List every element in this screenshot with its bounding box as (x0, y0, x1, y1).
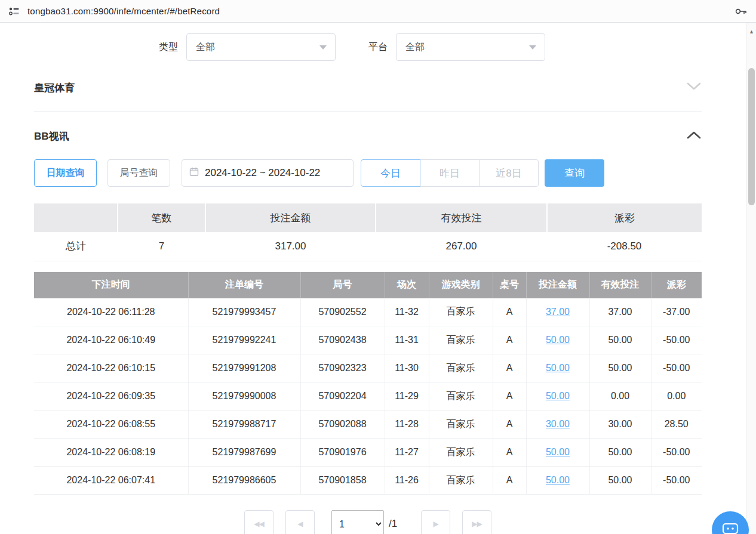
summary-total-label: 总计 (34, 232, 118, 261)
cell-table-no: A (493, 410, 526, 439)
records-table: 下注时间 注单编号 局号 场次 游戏类别 桌号 投注金额 有效投注 派彩 202… (34, 272, 702, 495)
round-query-button[interactable]: 局号查询 (107, 159, 170, 187)
table-row: 2024-10-22 06:08:55 521979988717 5709020… (34, 410, 702, 439)
cell-round-id: 570901976 (300, 439, 385, 467)
platform-filter-label: 平台 (368, 41, 388, 54)
section-bb-video[interactable]: BB视讯 (34, 124, 702, 149)
platform-select-value: 全部 (405, 41, 425, 54)
cell-session: 11-26 (385, 467, 429, 495)
filter-row: 类型 全部 平台 全部 (34, 33, 702, 61)
chat-icon (721, 521, 740, 534)
calendar-icon (189, 167, 199, 180)
cell-order-id: 521979990008 (188, 382, 300, 410)
first-page-button[interactable]: ◀◀ (244, 510, 273, 534)
cell-valid-bet: 50.00 (589, 326, 651, 354)
last-page-button[interactable]: ▶▶ (462, 510, 491, 534)
cell-round-id: 570902438 (300, 326, 385, 354)
cell-bet-time: 2024-10-22 06:10:15 (34, 354, 188, 382)
cell-order-id: 521979993457 (188, 298, 300, 326)
cell-session: 11-30 (385, 354, 429, 382)
cell-bet-time: 2024-10-22 06:07:41 (34, 467, 188, 495)
bet-amount-link[interactable]: 50.00 (546, 335, 570, 345)
summary-table: 笔数 投注金额 有效投注 派彩 总计 7 317.00 267.00 -208.… (34, 203, 702, 261)
cell-order-id: 521979992241 (188, 326, 300, 354)
cell-bet-amount: 50.00 (526, 354, 589, 382)
vertical-scrollbar[interactable]: ▲ (746, 23, 756, 534)
cell-table-no: A (493, 354, 526, 382)
type-select-value: 全部 (196, 41, 215, 54)
bet-amount-link[interactable]: 50.00 (546, 363, 570, 373)
page-select[interactable]: 1 (331, 510, 384, 534)
cell-bet-time: 2024-10-22 06:08:55 (34, 410, 188, 439)
cell-bet-time: 2024-10-22 06:10:49 (34, 326, 188, 354)
today-button[interactable]: 今日 (361, 159, 420, 187)
cell-bet-amount: 50.00 (526, 467, 589, 495)
cell-table-no: A (493, 467, 526, 495)
cell-payout: 0.00 (651, 382, 702, 410)
cell-game-type: 百家乐 (429, 298, 493, 326)
scroll-up-arrow-icon[interactable]: ▲ (746, 29, 756, 35)
section-divider (34, 111, 702, 112)
search-button[interactable]: 查询 (545, 159, 604, 187)
table-row: 2024-10-22 06:10:15 521979991208 5709023… (34, 354, 702, 382)
summary-header-row: 笔数 投注金额 有效投注 派彩 (34, 203, 702, 232)
url-text[interactable]: tongbao31.com:9900/infe/mcenter/#/betRec… (27, 6, 727, 16)
chevron-up-icon[interactable] (686, 130, 702, 142)
platform-select[interactable]: 全部 (396, 33, 545, 61)
bet-amount-link[interactable]: 30.00 (546, 419, 570, 429)
password-key-icon[interactable] (735, 7, 748, 16)
bet-amount-link[interactable]: 50.00 (546, 475, 570, 485)
cell-bet-time: 2024-10-22 06:09:35 (34, 382, 188, 410)
type-filter-label: 类型 (159, 41, 178, 54)
summary-count-value: 7 (118, 232, 205, 261)
cell-round-id: 570902323 (300, 354, 385, 382)
date-range-value: 2024-10-22 ~ 2024-10-22 (205, 167, 320, 179)
date-query-button[interactable]: 日期查询 (34, 159, 97, 187)
cell-valid-bet: 50.00 (589, 439, 651, 467)
yesterday-button[interactable]: 昨日 (420, 159, 480, 187)
next-page-button[interactable]: ▶ (421, 510, 450, 534)
scrollbar-thumb[interactable] (748, 68, 755, 205)
cell-game-type: 百家乐 (429, 439, 493, 467)
chevron-down-icon (319, 45, 327, 50)
prev-page-icon: ◀ (297, 520, 302, 528)
chevron-down-icon (529, 45, 536, 50)
cell-bet-amount: 50.00 (526, 326, 589, 354)
cell-payout: -37.00 (651, 298, 702, 326)
header-game-type: 游戏类别 (429, 272, 493, 298)
summary-header-valid: 有效投注 (376, 203, 547, 232)
browser-profile-icon[interactable] (8, 7, 20, 16)
cell-payout: -50.00 (651, 326, 702, 354)
browser-url-bar: tongbao31.com:9900/infe/mcenter/#/betRec… (0, 0, 756, 23)
cell-payout: 28.50 (651, 410, 702, 439)
cell-table-no: A (493, 298, 526, 326)
summary-total-row: 总计 7 317.00 267.00 -208.50 (34, 232, 702, 261)
header-session: 场次 (385, 272, 429, 298)
bet-amount-link[interactable]: 37.00 (546, 307, 570, 317)
section-crown-sports[interactable]: 皇冠体育 (34, 75, 702, 100)
cell-payout: -50.00 (651, 354, 702, 382)
bet-amount-link[interactable]: 50.00 (546, 391, 570, 401)
page-total-label: /1 (389, 518, 397, 530)
prev-page-button[interactable]: ◀ (285, 510, 315, 534)
cell-game-type: 百家乐 (429, 354, 493, 382)
cell-round-id: 570901858 (300, 467, 385, 495)
bet-amount-link[interactable]: 50.00 (546, 447, 570, 457)
chevron-down-icon[interactable] (686, 82, 702, 94)
cell-valid-bet: 37.00 (589, 298, 651, 326)
cell-session: 11-29 (385, 382, 429, 410)
first-page-icon: ◀◀ (254, 520, 263, 528)
cell-payout: -50.00 (651, 467, 702, 495)
quick-date-group: 今日 昨日 近8日 (361, 159, 539, 187)
table-row: 2024-10-22 06:07:41 521979986605 5709018… (34, 467, 702, 495)
last8days-button[interactable]: 近8日 (479, 159, 539, 187)
cell-valid-bet: 50.00 (589, 467, 651, 495)
cell-order-id: 521979986605 (188, 467, 300, 495)
table-row: 2024-10-22 06:10:49 521979992241 5709024… (34, 326, 702, 354)
type-select[interactable]: 全部 (186, 33, 336, 61)
cell-order-id: 521979987699 (188, 439, 300, 467)
cell-session: 11-31 (385, 326, 429, 354)
date-range-input[interactable]: 2024-10-22 ~ 2024-10-22 (182, 159, 354, 187)
summary-header-bet: 投注金额 (205, 203, 376, 232)
cell-session: 11-28 (385, 410, 429, 439)
